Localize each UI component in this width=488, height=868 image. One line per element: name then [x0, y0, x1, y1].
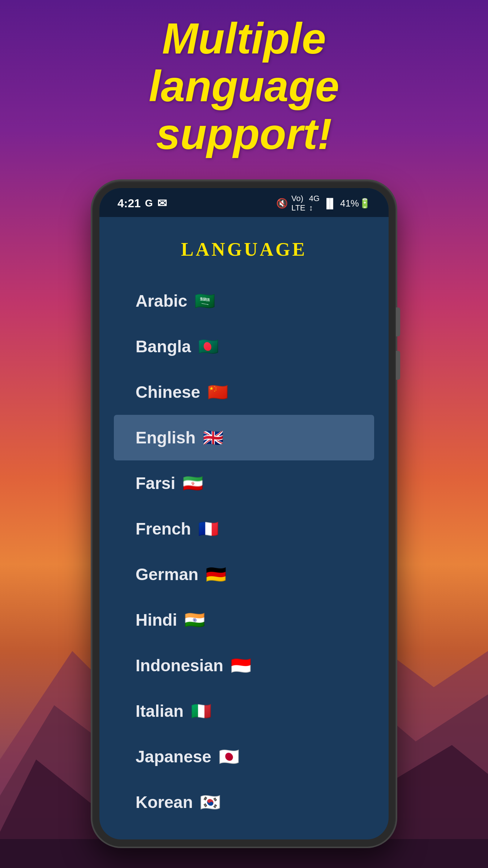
- language-item-french[interactable]: French 🇫🇷: [114, 506, 374, 552]
- language-name: English: [136, 428, 196, 447]
- language-name: Italian: [136, 701, 184, 721]
- language-item-arabic[interactable]: Arabic 🇸🇦: [114, 278, 374, 324]
- language-screen: Language Arabic 🇸🇦 Bangla 🇧🇩 Chinese 🇨🇳 …: [99, 217, 389, 839]
- language-name: Arabic: [136, 291, 187, 311]
- language-flag: 🇮🇳: [184, 610, 205, 630]
- language-name: Chinese: [136, 382, 200, 402]
- language-item-japanese[interactable]: Japanese 🇯🇵: [114, 734, 374, 779]
- language-item-italian[interactable]: Italian 🇮🇹: [114, 688, 374, 734]
- language-name: French: [136, 519, 191, 539]
- time-display: 4:21: [117, 197, 141, 210]
- language-flag: 🇨🇳: [207, 382, 228, 402]
- headline-line1: Multiple: [162, 14, 326, 63]
- language-flag: 🇯🇵: [219, 747, 239, 766]
- phone-frame: 4:21 G ✉ 🔇 Vo)LTE 4G↕ ▐▌ 41%🔋 Language A…: [92, 181, 396, 847]
- language-item-english[interactable]: English 🇬🇧: [114, 415, 374, 460]
- language-flag: 🇫🇷: [198, 519, 219, 539]
- headline-line3: support!: [156, 110, 332, 158]
- language-item-german[interactable]: German 🇩🇪: [114, 552, 374, 597]
- signal-text: Vo)LTE: [291, 194, 305, 213]
- language-name: German: [136, 565, 198, 584]
- signal-bars: ▐▌: [323, 198, 337, 209]
- language-item-bangla[interactable]: Bangla 🇧🇩: [114, 324, 374, 369]
- language-name: Indonesian: [136, 656, 223, 675]
- mail-icon: ✉: [157, 196, 167, 210]
- language-name: Korean: [136, 792, 193, 812]
- language-list[interactable]: Arabic 🇸🇦 Bangla 🇧🇩 Chinese 🇨🇳 English 🇬…: [114, 278, 374, 825]
- data-icon: 4G↕: [309, 194, 320, 213]
- volume-icon: 🔇: [276, 198, 288, 209]
- headline: Multiple language support!: [0, 14, 488, 158]
- language-flag: 🇸🇦: [194, 291, 215, 311]
- language-item-hindi[interactable]: Hindi 🇮🇳: [114, 597, 374, 643]
- language-flag: 🇬🇧: [203, 428, 223, 447]
- battery-text: 41%🔋: [340, 198, 371, 209]
- language-flag: 🇮🇹: [191, 701, 211, 721]
- screen-title: Language: [114, 239, 374, 260]
- status-bar-left: 4:21 G ✉: [117, 196, 167, 210]
- language-flag: 🇧🇩: [198, 337, 219, 356]
- language-flag: 🇮🇩: [231, 656, 251, 675]
- language-name: Bangla: [136, 337, 191, 356]
- carrier-icon: G: [145, 197, 153, 209]
- status-bar: 4:21 G ✉ 🔇 Vo)LTE 4G↕ ▐▌ 41%🔋: [99, 188, 389, 217]
- language-name: Japanese: [136, 747, 211, 766]
- phone-screen: 4:21 G ✉ 🔇 Vo)LTE 4G↕ ▐▌ 41%🔋 Language A…: [99, 188, 389, 839]
- language-item-korean[interactable]: Korean 🇰🇷: [114, 779, 374, 825]
- phone-device: 4:21 G ✉ 🔇 Vo)LTE 4G↕ ▐▌ 41%🔋 Language A…: [92, 181, 396, 847]
- status-bar-right: 🔇 Vo)LTE 4G↕ ▐▌ 41%🔋: [276, 194, 371, 213]
- language-item-farsi[interactable]: Farsi 🇮🇷: [114, 460, 374, 506]
- language-name: Hindi: [136, 610, 177, 630]
- language-item-indonesian[interactable]: Indonesian 🇮🇩: [114, 643, 374, 688]
- language-flag: 🇩🇪: [206, 565, 226, 584]
- language-flag: 🇮🇷: [183, 473, 203, 493]
- language-name: Farsi: [136, 473, 175, 493]
- language-item-chinese[interactable]: Chinese 🇨🇳: [114, 369, 374, 415]
- headline-line2: language: [149, 62, 339, 110]
- language-flag: 🇰🇷: [200, 792, 221, 812]
